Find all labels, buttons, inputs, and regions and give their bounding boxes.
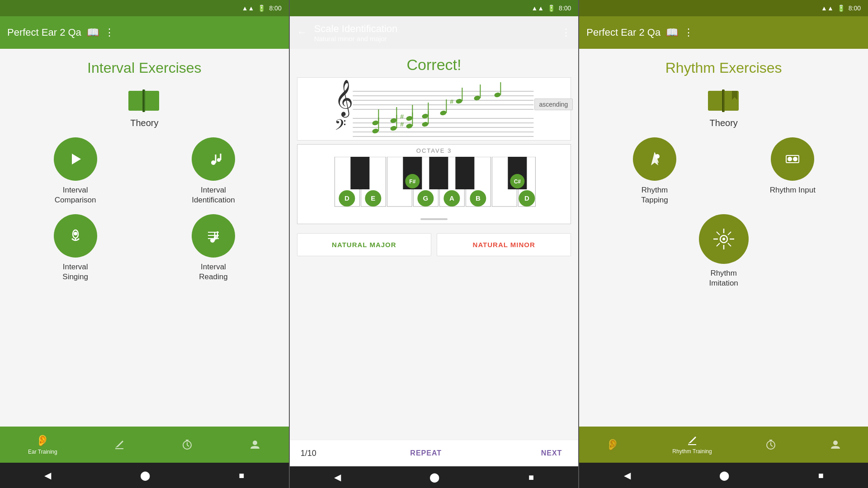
interval-reading-item[interactable]: IntervalReading (149, 214, 278, 282)
system-nav-3: ◀ ⬤ ■ (579, 463, 868, 488)
interval-singing-label: IntervalSinging (62, 262, 88, 282)
back-sys-1[interactable]: ◀ (44, 470, 51, 481)
svg-line-111 (728, 243, 731, 246)
next-btn[interactable]: NEXT (536, 446, 568, 461)
book-icon-3[interactable] (706, 87, 742, 114)
theory-section-3: Theory (579, 87, 868, 128)
bookmark-icon-3[interactable]: 📖 (666, 27, 678, 38)
rhythm-tapping-label: RhythmTapping (641, 185, 668, 205)
nav-ear-training-3[interactable]: 👂 (606, 438, 619, 451)
rhythm-content: Rhythm Exercises Theory (579, 49, 868, 427)
interval-comparison-item[interactable]: IntervalComparison (11, 137, 140, 205)
sheet-music: 𝄞 𝄢 # # (297, 77, 571, 141)
natural-major-btn[interactable]: NATURAL MAJOR (297, 233, 431, 256)
nav-ear-training-1[interactable]: 👂 Ear Training (28, 434, 57, 455)
svg-point-105 (722, 238, 725, 240)
system-nav-1: ◀ ⬤ ■ (0, 463, 289, 488)
bottom-nav-1: 👂 Ear Training (0, 427, 289, 463)
nav-timer-3[interactable] (765, 439, 777, 450)
time-3: 8:00 (849, 5, 861, 12)
book-icon-1[interactable] (126, 87, 162, 114)
profile-icon-3 (830, 439, 841, 450)
interval-comparison-btn[interactable] (54, 137, 97, 181)
interval-identification-btn[interactable] (192, 137, 235, 181)
theory-label-1: Theory (130, 118, 158, 128)
music-staff-svg: 𝄞 𝄢 # # (297, 78, 571, 141)
octave-label: OCTAVE 3 (297, 147, 571, 154)
rhythm-input-item[interactable]: Rhythm Input (728, 137, 857, 205)
rhythm-nav-icon-3 (686, 435, 698, 446)
svg-point-102 (788, 157, 792, 161)
svg-point-37 (372, 120, 379, 126)
nav-rhythm-training-3[interactable]: Rhythm Training (672, 435, 712, 455)
svg-line-117 (771, 445, 773, 446)
back-sys-3[interactable]: ◀ (624, 470, 631, 481)
nav-compose-1[interactable] (113, 439, 125, 450)
rhythm-input-btn[interactable] (771, 137, 814, 181)
app-title-3: Perfect Ear 2 Qa (586, 27, 660, 38)
rhythm-tapping-item[interactable]: RhythmTapping (590, 137, 719, 205)
more-icon-2[interactable]: ⋮ (561, 27, 571, 38)
piano-svg[interactable]: D E G A B D F# (297, 157, 571, 216)
interval-singing-item[interactable]: IntervalSinging (11, 214, 140, 282)
interval-identification-item[interactable]: IntervalIdentification (149, 137, 278, 205)
svg-line-22 (187, 445, 189, 446)
svg-text:#: # (400, 113, 404, 120)
app-bar-1: Perfect Ear 2 Qa 📖 ⋮ (0, 16, 289, 49)
timer-icon-1 (181, 439, 193, 450)
signal-icon-1: ▲▲ (242, 5, 255, 12)
svg-text:A: A (449, 194, 454, 202)
svg-text:𝄢: 𝄢 (335, 117, 346, 137)
rhythm-imitation-section: RhythmImitation (579, 205, 868, 288)
svg-text:#: # (400, 121, 404, 128)
exercises-grid-1: IntervalComparison IntervalIdentificatio… (0, 137, 289, 282)
interval-identification-label: IntervalIdentification (192, 185, 235, 205)
recent-sys-1[interactable]: ■ (239, 470, 244, 481)
recent-sys-2[interactable]: ■ (528, 472, 534, 483)
interval-reading-btn[interactable] (192, 214, 235, 258)
svg-text:#: # (450, 98, 453, 105)
repeat-btn[interactable]: REPEAT (405, 446, 447, 461)
bookmark-icon-1[interactable]: 📖 (87, 27, 99, 38)
nav-profile-1[interactable] (249, 439, 261, 450)
home-sys-3[interactable]: ⬤ (719, 470, 729, 481)
home-sys-2[interactable]: ⬤ (429, 472, 439, 483)
nav-timer-1[interactable] (181, 439, 193, 450)
svg-text:D: D (524, 194, 529, 202)
profile-icon-1 (249, 439, 261, 450)
answer-section: NATURAL MAJOR NATURAL MINOR (297, 233, 571, 256)
svg-point-119 (833, 441, 838, 445)
natural-minor-btn[interactable]: NATURAL MINOR (437, 233, 571, 256)
svg-text:G: G (423, 194, 428, 202)
svg-point-49 (455, 98, 462, 104)
time-1: 8:00 (269, 5, 281, 12)
svg-point-60 (406, 123, 413, 129)
back-sys-2[interactable]: ◀ (334, 472, 341, 483)
phone-3-rhythm: ▲▲ 🔋 8:00 Perfect Ear 2 Qa 📖 ⋮ Rhythm Ex… (579, 0, 868, 488)
time-2: 8:00 (559, 5, 571, 12)
nav-profile-3[interactable] (830, 439, 841, 450)
ascending-badge: ascending (534, 99, 573, 110)
compose-icon-1 (113, 439, 125, 450)
more-icon-1[interactable]: ⋮ (104, 27, 114, 38)
svg-line-112 (728, 232, 731, 235)
svg-point-100 (655, 154, 660, 159)
svg-point-53 (494, 92, 501, 98)
bottom-actions: 1/10 REPEAT NEXT (290, 440, 579, 466)
rhythm-imitation-item[interactable]: RhythmImitation (699, 214, 749, 288)
system-nav-2: ◀ ⬤ ■ (290, 466, 579, 488)
theory-section-1: Theory (0, 87, 289, 128)
back-icon-2[interactable]: ← (297, 27, 307, 38)
svg-rect-74 (429, 157, 448, 189)
rhythm-imitation-label: RhythmImitation (709, 268, 738, 288)
more-icon-3[interactable]: ⋮ (684, 27, 693, 38)
rhythm-tapping-btn[interactable] (633, 137, 676, 181)
interval-singing-btn[interactable] (54, 214, 97, 258)
interval-reading-label: IntervalReading (199, 262, 227, 282)
rhythm-imitation-btn[interactable] (699, 214, 749, 264)
home-sys-1[interactable]: ⬤ (140, 470, 150, 481)
svg-point-15 (210, 238, 215, 243)
svg-line-113 (717, 243, 720, 246)
recent-sys-3[interactable]: ■ (818, 470, 824, 481)
timer-icon-3 (765, 439, 777, 450)
